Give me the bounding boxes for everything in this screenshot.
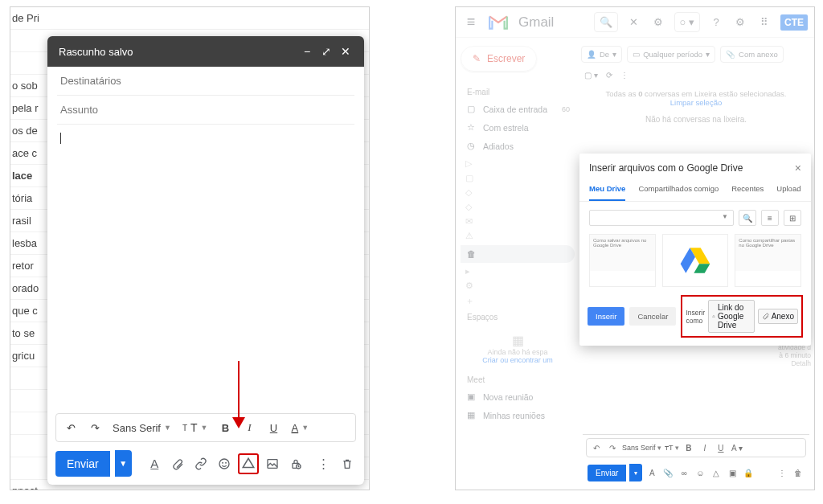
cancel-button[interactable]: Cancelar — [629, 307, 676, 326]
bg-item: de Pri — [10, 7, 369, 30]
spaces-grid-icon: ▦ — [461, 333, 575, 348]
confidential-icon[interactable]: 🔒 — [742, 466, 755, 479]
insert-photo-icon[interactable]: ▣ — [726, 466, 739, 479]
formatting-icon[interactable]: A — [145, 453, 164, 474]
expand-icon[interactable]: ⤢ — [319, 44, 334, 59]
list-view-icon[interactable]: ≡ — [761, 210, 779, 226]
sidebar-item-starred[interactable]: ☆ Com estrela — [461, 118, 575, 137]
link-icon[interactable] — [191, 453, 210, 474]
font-picker[interactable]: Sans Serif▼ — [109, 422, 174, 434]
picker-tabs: Meu Drive Compartilhados comigo Recentes… — [579, 178, 811, 202]
insert-drive-icon[interactable] — [238, 453, 259, 474]
sidebar-item-inbox[interactable]: ▢ Caixa de entrada 60 — [461, 100, 575, 118]
font-picker[interactable]: Sans Serif ▾ — [622, 444, 661, 452]
compose-header[interactable]: Rascunho salvo − ⤢ ✕ — [47, 36, 364, 67]
underline-icon[interactable]: U — [714, 441, 727, 454]
more-options-icon[interactable]: ⋮ — [314, 453, 333, 474]
insert-button[interactable]: Inserir — [588, 307, 624, 326]
send-more-button[interactable]: ▼ — [115, 450, 132, 477]
sidebar-stub-icon[interactable]: ⚠ — [465, 231, 477, 242]
emoji-icon[interactable] — [215, 453, 233, 474]
search-icon[interactable]: 🔍 — [739, 210, 756, 226]
redo-icon[interactable]: ↷ — [85, 418, 104, 437]
tab-recent[interactable]: Recentes — [731, 178, 764, 201]
text-color-picker[interactable]: A▼ — [289, 422, 313, 434]
sidebar-item-snoozed[interactable]: ◷ Adiados — [461, 137, 575, 155]
subject-field[interactable]: Assunto — [57, 96, 354, 125]
attach-icon[interactable]: 📎 — [661, 466, 674, 479]
file-card[interactable]: Como compartilhar pastas no Google Drive — [735, 234, 801, 287]
formatting-icon[interactable]: A — [645, 466, 658, 479]
select-all-checkbox[interactable]: ▢ ▾ — [584, 71, 598, 80]
grid-view-icon[interactable]: ⊞ — [784, 210, 801, 226]
tab-upload[interactable]: Upload — [776, 178, 800, 201]
font-size-picker[interactable]: TT▼ — [179, 421, 211, 434]
send-more-button[interactable]: ▾ — [629, 464, 642, 481]
search-options-icon[interactable]: ⚙ — [650, 14, 666, 31]
sidebar-stub-icon[interactable]: ▷ — [465, 158, 477, 170]
pencil-icon: ✎ — [473, 53, 481, 64]
apps-grid-icon[interactable]: ⠿ — [756, 14, 772, 31]
insert-drive-icon[interactable]: △ — [710, 466, 723, 479]
tab-my-drive[interactable]: Meu Drive — [589, 178, 625, 201]
sidebar-stub-icon[interactable]: ⚙ — [465, 281, 477, 292]
sidebar-stub-icon[interactable]: ＋ — [465, 295, 477, 306]
filter-date[interactable]: ▭ Qualquer período ▾ — [627, 46, 715, 63]
status-indicator-icon[interactable]: ○ ▾ — [674, 12, 700, 32]
minimize-icon[interactable]: − — [300, 44, 314, 59]
sidebar-item-my-meetings[interactable]: ▦ Minhas reuniões — [461, 406, 575, 424]
insert-photo-icon[interactable] — [264, 453, 282, 474]
gmail-brand: Gmail — [518, 14, 554, 31]
support-icon[interactable]: ? — [708, 14, 724, 31]
sidebar-stub-icon[interactable]: ◇ — [465, 202, 477, 213]
sidebar-item-new-meeting[interactable]: ▣ Nova reunião — [461, 387, 575, 406]
sidebar-stub-icon[interactable]: ◇ — [465, 187, 477, 199]
emoji-icon[interactable]: ☺ — [694, 466, 706, 479]
recipients-field[interactable]: Destinatários — [57, 67, 354, 96]
italic-icon[interactable]: I — [698, 441, 711, 454]
screenshot-right: ≡ Gmail 🔍 ✕ ⚙ ○ ▾ ? ⚙ ⠿ CTE ✎ Escrever E… — [455, 6, 815, 490]
clear-selection-link[interactable]: Limpar seleção — [670, 98, 722, 107]
compose-body[interactable] — [47, 125, 364, 413]
file-card-drive[interactable] — [662, 234, 729, 287]
underline-icon[interactable]: U — [264, 418, 284, 437]
sidebar-stub-icon[interactable]: ▢ — [465, 173, 477, 184]
undo-icon[interactable]: ↶ — [590, 441, 603, 454]
font-size-picker[interactable]: ᴛT ▾ — [665, 444, 679, 452]
compose-button[interactable]: ✎ Escrever — [461, 46, 537, 72]
account-badge[interactable]: CTE — [780, 14, 808, 31]
sidebar-item-trash[interactable]: 🗑 — [461, 245, 575, 263]
file-card[interactable]: Como salvar arquivos no Google Drive — [589, 234, 656, 287]
send-button[interactable]: Enviar — [55, 451, 110, 477]
close-icon[interactable]: × — [795, 162, 801, 174]
sidebar-stub-icon[interactable]: ▸ — [465, 266, 477, 277]
send-button[interactable]: Enviar — [588, 465, 626, 481]
attach-icon[interactable] — [169, 453, 187, 474]
tab-shared[interactable]: Compartilhados comigo — [638, 178, 719, 201]
undo-icon[interactable]: ↶ — [61, 418, 80, 437]
google-drive-icon — [679, 246, 711, 275]
search-icon[interactable]: 🔍 — [594, 12, 618, 32]
grid-icon: ▦ — [465, 410, 477, 420]
settings-icon[interactable]: ⚙ — [732, 14, 748, 31]
picker-path-dropdown[interactable]: ▼ — [589, 210, 734, 226]
discard-icon[interactable]: 🗑 — [792, 466, 805, 479]
sidebar-stub-icon[interactable]: ✉ — [465, 216, 477, 227]
refresh-icon[interactable]: ⟳ — [606, 71, 612, 80]
confidential-icon[interactable] — [287, 453, 305, 474]
more-options-icon[interactable]: ⋮ — [776, 466, 788, 479]
spaces-create-link[interactable]: Criar ou encontrar um — [461, 356, 575, 364]
attachment-button[interactable]: Anexo — [758, 309, 798, 324]
clear-search-icon[interactable]: ✕ — [626, 14, 642, 31]
link-icon[interactable]: ∞ — [678, 466, 690, 479]
menu-icon[interactable]: ≡ — [462, 14, 480, 31]
more-icon[interactable]: ⋮ — [620, 71, 629, 80]
filter-attachment[interactable]: 📎 Com anexo — [720, 46, 784, 63]
close-icon[interactable]: ✕ — [338, 44, 353, 59]
filter-from[interactable]: 👤 De ▾ — [581, 46, 622, 63]
bold-icon[interactable]: B — [682, 441, 695, 454]
drive-link-button[interactable]: Link do Google Drive — [708, 300, 755, 333]
discard-icon[interactable] — [338, 453, 356, 474]
text-color-icon[interactable]: A ▾ — [731, 441, 743, 454]
redo-icon[interactable]: ↷ — [606, 441, 619, 454]
